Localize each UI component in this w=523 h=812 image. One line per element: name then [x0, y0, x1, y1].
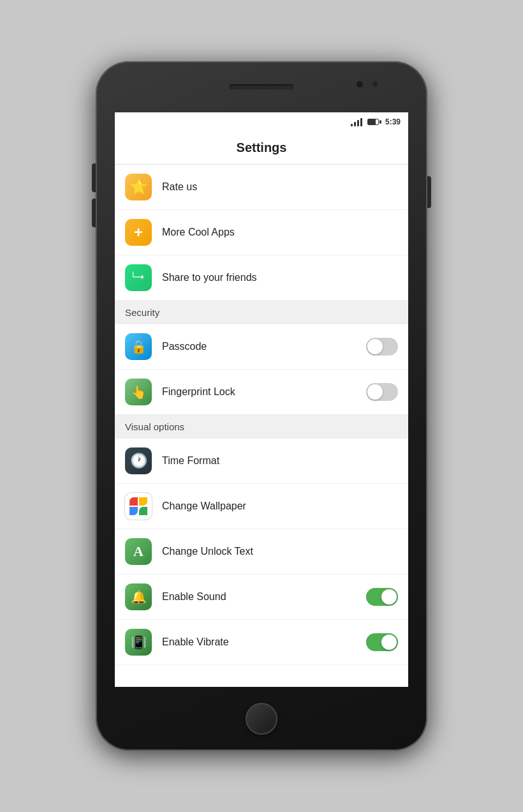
settings-item-passcode[interactable]: 🔒 Passcode [115, 324, 408, 370]
settings-list: ⭐ Rate us + More Cool Apps ⮡ Share to yo… [115, 165, 408, 687]
text-icon: A [125, 538, 152, 565]
page-title: Settings [125, 140, 398, 155]
security-section-header: Security [115, 301, 408, 324]
signal-bar-4 [360, 118, 362, 126]
passcode-toggle-knob [367, 339, 383, 354]
signal-icon [351, 117, 362, 126]
sound-icon: 🔔 [125, 583, 152, 610]
time-format-label: Time Format [162, 455, 398, 467]
signal-bar-1 [351, 124, 353, 126]
clock-icon: 🕐 [125, 447, 152, 474]
passcode-toggle[interactable] [366, 338, 398, 356]
volume-up-button[interactable] [92, 163, 96, 192]
wallpaper-label: Change Wallpaper [162, 500, 398, 512]
home-button[interactable] [246, 703, 277, 735]
settings-item-unlock-text[interactable]: A Change Unlock Text [115, 529, 408, 575]
unlock-text-label: Change Unlock Text [162, 546, 398, 557]
fingerprint-toggle[interactable] [366, 383, 398, 401]
vibrate-icon: 📳 [125, 629, 152, 656]
rate-us-label: Rate us [162, 181, 398, 193]
front-camera [356, 80, 364, 88]
passcode-icon: 🔒 [125, 333, 152, 360]
battery-icon [367, 119, 379, 125]
vibrate-toggle[interactable] [366, 633, 398, 651]
more-cool-apps-label: More Cool Apps [162, 227, 398, 238]
app-header: Settings [115, 132, 408, 165]
fingerprint-toggle-knob [367, 384, 383, 400]
battery-fill [368, 119, 376, 124]
settings-item-wallpaper[interactable]: Change Wallpaper [115, 484, 408, 529]
speaker-grille [230, 84, 293, 89]
settings-item-rate-us[interactable]: ⭐ Rate us [115, 165, 408, 210]
sound-toggle-knob [381, 589, 397, 605]
phone-bottom [96, 687, 427, 751]
signal-bar-3 [357, 120, 359, 126]
wallpaper-icon [125, 493, 152, 520]
sound-toggle[interactable] [366, 588, 398, 606]
passcode-label: Passcode [162, 341, 366, 352]
plus-icon: + [125, 219, 152, 246]
settings-item-fingerprint[interactable]: 👆 Fingerprint Lock [115, 370, 408, 415]
status-bar: 5:39 [115, 112, 408, 132]
volume-down-button[interactable] [92, 199, 96, 227]
settings-item-vibrate[interactable]: 📳 Enable Vibrate [115, 620, 408, 665]
settings-item-share[interactable]: ⮡ Share to your friends [115, 255, 408, 301]
power-button[interactable] [427, 176, 431, 208]
phone-device: 5:39 Settings ⭐ Rate us + More Cool Apps [96, 61, 427, 751]
settings-item-more-cool-apps[interactable]: + More Cool Apps [115, 210, 408, 255]
vibrate-label: Enable Vibrate [162, 636, 366, 648]
sensor [372, 82, 378, 87]
settings-item-time-format[interactable]: 🕐 Time Format [115, 439, 408, 484]
settings-item-sound[interactable]: 🔔 Enable Sound [115, 575, 408, 620]
visual-section-header: Visual options [115, 415, 408, 439]
sound-label: Enable Sound [162, 591, 366, 603]
star-icon: ⭐ [125, 174, 152, 200]
phone-top [96, 61, 427, 112]
share-label: Share to your friends [162, 272, 398, 283]
share-icon: ⮡ [125, 264, 152, 291]
phone-screen: 5:39 Settings ⭐ Rate us + More Cool Apps [115, 112, 408, 687]
vibrate-toggle-knob [381, 635, 397, 650]
status-time: 5:39 [385, 117, 401, 126]
fingerprint-icon: 👆 [125, 379, 152, 405]
fingerprint-label: Fingerprint Lock [162, 386, 366, 398]
signal-bar-2 [354, 122, 356, 126]
